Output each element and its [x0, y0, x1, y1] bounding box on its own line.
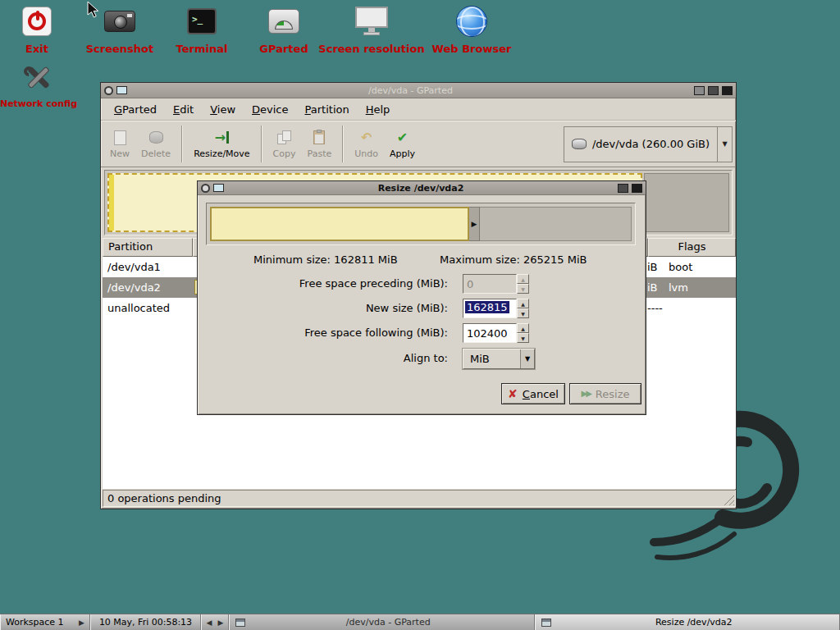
spin-down-icon[interactable]: ▼ [517, 284, 529, 294]
undo-button[interactable]: ↶ Undo [349, 124, 384, 165]
menubar: GParted Edit View Device Partition Help [101, 98, 736, 121]
workspace-indicator[interactable]: Workspace 1 ▶ [0, 614, 90, 630]
desktop-icon-gparted[interactable]: GParted [247, 3, 321, 55]
align-to-dropdown[interactable]: MiB ▼ [463, 349, 535, 369]
partition-graphic-unallocated[interactable] [644, 173, 729, 232]
delete-button[interactable]: Delete [135, 124, 176, 165]
close-button[interactable] [632, 184, 642, 193]
new-partition-icon [114, 130, 126, 146]
prev-task-icon[interactable]: ◀ [207, 619, 212, 627]
taskbar: Workspace 1 ▶ 10 May, Fri 00:58:13 ◀ ▶ /… [0, 614, 840, 630]
maximize-button[interactable] [708, 86, 719, 95]
workspace-label: Workspace 1 [6, 617, 64, 628]
undo-icon: ↶ [361, 130, 372, 146]
dialog-titlebar: Resize /dev/vda2 [198, 181, 646, 195]
column-header-partition: Partition [103, 238, 193, 257]
monitor-icon [355, 3, 388, 39]
camera-icon [104, 3, 135, 39]
resize-button[interactable]: ▶▶ Resize [569, 383, 641, 404]
minimum-size-label: Minimum size: 162811 MiB [253, 253, 398, 266]
spin-up-icon[interactable]: ▲ [517, 274, 529, 284]
free-space-following-spinner[interactable]: ▲ ▼ [517, 323, 529, 343]
paste-button[interactable]: Paste [302, 124, 338, 165]
toolbar-separator [181, 126, 183, 162]
free-space-preceding-spinner[interactable]: ▲ ▼ [517, 274, 529, 294]
gparted-icon [268, 3, 299, 39]
taskbar-item-resize-dialog[interactable]: Resize /dev/vda2 [535, 614, 840, 630]
desktop-icon-exit[interactable]: Exit [0, 3, 74, 55]
spin-up-icon[interactable]: ▲ [517, 299, 529, 308]
desktop-icon-label: Screenshot [86, 43, 154, 55]
dropdown-arrow-icon[interactable]: ▼ [520, 349, 534, 368]
maximize-button[interactable] [618, 184, 628, 193]
resize-grip[interactable] [723, 494, 734, 505]
toolbar: New Delete → Resize/Move Copy Paste ↶ Un… [101, 121, 736, 167]
resize-slider-free-area[interactable] [480, 207, 632, 241]
desktop-icon-label: GParted [259, 43, 308, 55]
device-selector[interactable]: /dev/vda (260.00 GiB) ▼ [564, 126, 733, 162]
resize-move-button[interactable]: → Resize/Move [188, 124, 255, 165]
taskbar-item-gparted[interactable]: /dev/vda - GParted [229, 614, 535, 630]
cancel-button[interactable]: ✘ Cancel [501, 383, 565, 404]
globe-icon [456, 3, 487, 39]
clock: 10 May, Fri 00:58:13 [90, 614, 201, 630]
cancel-x-icon: ✘ [508, 388, 518, 399]
window-menu-icon[interactable] [201, 184, 210, 193]
desktop-icon-label: Exit [25, 43, 48, 55]
new-button[interactable]: New [104, 124, 135, 165]
disk-icon [572, 139, 587, 149]
dialog-title: Resize /dev/vda2 [227, 183, 614, 194]
align-to-value: MiB [463, 349, 520, 368]
new-size-field[interactable]: 162815 [463, 299, 517, 318]
paste-icon [313, 130, 325, 146]
maximum-size-label: Maximum size: 265215 MiB [440, 253, 587, 266]
resize-slider-handle[interactable]: ▶ [469, 207, 480, 241]
minimize-button[interactable] [694, 86, 705, 95]
menu-edit[interactable]: Edit [165, 101, 202, 118]
resize-move-icon: → [215, 130, 229, 146]
new-size-label: New size (MiB): [198, 299, 448, 318]
close-button[interactable] [722, 86, 733, 95]
resize-slider-partition-area[interactable] [210, 207, 469, 241]
desktop-icon-terminal[interactable]: >_ Terminal [165, 3, 239, 55]
device-selector-value: /dev/vda (260.00 GiB) [592, 138, 710, 150]
spin-down-icon[interactable]: ▼ [517, 333, 529, 343]
column-header-flags: Flags [648, 238, 736, 257]
apply-button[interactable]: ✔ Apply [384, 124, 421, 165]
copy-icon [277, 130, 292, 146]
window-menu-icon[interactable] [104, 86, 113, 95]
apply-icon: ✔ [397, 130, 408, 146]
tools-icon [22, 59, 55, 95]
spin-up-icon[interactable]: ▲ [517, 323, 529, 333]
next-task-icon[interactable]: ▶ [218, 619, 224, 627]
copy-button[interactable]: Copy [267, 124, 302, 165]
desktop-icon-network-config[interactable]: Network config [0, 59, 84, 109]
menu-partition[interactable]: Partition [297, 101, 358, 118]
workspace-next-icon[interactable]: ▶ [79, 619, 84, 627]
desktop-icon-label: Terminal [176, 43, 228, 55]
desktop-icon-screen-resolution[interactable]: Screen resolution [318, 3, 425, 55]
window-title: /dev/vda - GParted [130, 85, 691, 96]
terminal-icon: >_ [187, 3, 217, 39]
app-icon [116, 86, 127, 94]
align-to-label: Align to: [198, 349, 448, 368]
task-window-icon [541, 619, 551, 627]
menu-view[interactable]: View [202, 101, 244, 118]
menu-device[interactable]: Device [244, 101, 296, 118]
new-size-spinner[interactable]: ▲ ▼ [517, 299, 529, 318]
task-scroll-arrows: ◀ ▶ [201, 614, 229, 630]
status-bar: 0 operations pending [103, 490, 736, 507]
free-space-preceding-label: Free space preceding (MiB): [198, 274, 448, 294]
menu-help[interactable]: Help [358, 101, 399, 118]
desktop-icon-web-browser[interactable]: Web Browser [427, 3, 517, 55]
device-dropdown-arrow-icon[interactable]: ▼ [717, 127, 732, 162]
used-space-strip [109, 175, 114, 231]
free-space-preceding-field[interactable] [463, 274, 517, 294]
free-space-following-field[interactable] [463, 323, 517, 343]
delete-icon [149, 130, 163, 146]
spin-down-icon[interactable]: ▼ [517, 308, 529, 318]
exit-icon [22, 3, 52, 39]
mouse-cursor [87, 2, 100, 20]
main-titlebar: /dev/vda - GParted [101, 83, 736, 98]
menu-gparted[interactable]: GParted [106, 101, 165, 118]
